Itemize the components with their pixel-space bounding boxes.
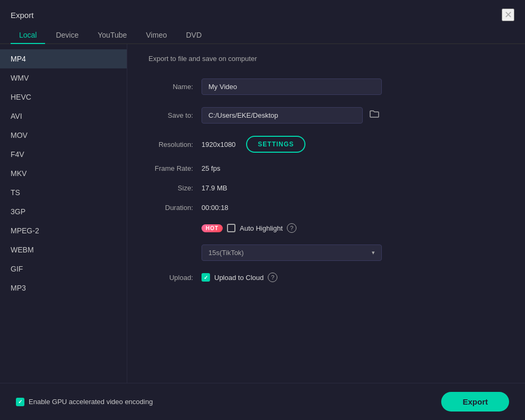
frame-rate-value: 25 fps bbox=[202, 164, 220, 172]
auto-highlight-row: HOT Auto Highlight ? bbox=[148, 223, 504, 233]
format-sidebar: MP4 WMV HEVC AVI MOV F4V MKV TS 3GP MPEG… bbox=[0, 44, 127, 383]
browse-folder-button[interactable] bbox=[367, 107, 382, 124]
name-row: Name: bbox=[148, 78, 504, 95]
upload-container: Upload to Cloud ? bbox=[202, 273, 277, 282]
sidebar-item-mov[interactable]: MOV bbox=[0, 126, 127, 145]
size-value: 17.9 MB bbox=[202, 184, 227, 192]
save-to-label: Save to: bbox=[148, 111, 202, 119]
duration-label: Duration: bbox=[148, 204, 202, 212]
tiktok-row: 15s(TikTok) ▾ bbox=[148, 244, 504, 261]
save-to-input[interactable] bbox=[202, 107, 363, 124]
close-button[interactable]: ✕ bbox=[502, 8, 514, 21]
sidebar-item-mp3[interactable]: MP3 bbox=[0, 278, 127, 298]
sidebar-item-mpeg2[interactable]: MPEG-2 bbox=[0, 221, 127, 240]
upload-help-icon[interactable]: ? bbox=[268, 273, 277, 282]
sidebar-item-wmv[interactable]: WMV bbox=[0, 68, 127, 88]
tab-youtube[interactable]: YouTube bbox=[89, 27, 135, 43]
gpu-row: Enable GPU accelerated video encoding bbox=[16, 398, 153, 406]
auto-highlight-help-icon[interactable]: ? bbox=[287, 223, 296, 233]
save-to-row: Save to: bbox=[148, 107, 504, 124]
sidebar-item-mp4[interactable]: MP4 bbox=[0, 49, 127, 68]
gpu-checkbox[interactable] bbox=[16, 398, 24, 406]
settings-panel: Export to file and save on computer Name… bbox=[127, 44, 525, 383]
resolution-row: Resolution: 1920x1080 SETTINGS bbox=[148, 136, 504, 153]
sidebar-item-hevc[interactable]: HEVC bbox=[0, 88, 127, 107]
hot-badge: HOT bbox=[202, 224, 223, 232]
auto-highlight-checkbox[interactable] bbox=[227, 224, 235, 232]
sidebar-item-mkv[interactable]: MKV bbox=[0, 164, 127, 183]
bottom-bar: Enable GPU accelerated video encoding Ex… bbox=[0, 383, 525, 420]
auto-highlight-label: Auto Highlight bbox=[240, 224, 283, 232]
export-description: Export to file and save on computer bbox=[148, 55, 504, 63]
upload-to-cloud-checkbox[interactable] bbox=[202, 273, 210, 282]
tab-dvd[interactable]: DVD bbox=[178, 27, 211, 43]
tab-local[interactable]: Local bbox=[11, 27, 45, 43]
main-content: MP4 WMV HEVC AVI MOV F4V MKV TS 3GP MPEG… bbox=[0, 44, 525, 383]
sidebar-item-webm[interactable]: WEBM bbox=[0, 240, 127, 259]
auto-highlight-container: HOT Auto Highlight ? bbox=[202, 223, 296, 233]
resolution-value: 1920x1080 bbox=[202, 141, 235, 148]
sidebar-item-gif[interactable]: GIF bbox=[0, 259, 127, 278]
dialog-title: Export bbox=[11, 11, 33, 20]
gpu-label: Enable GPU accelerated video encoding bbox=[29, 398, 153, 406]
resolution-label: Resolution: bbox=[148, 141, 202, 148]
tiktok-dropdown[interactable]: 15s(TikTok) ▾ bbox=[202, 244, 382, 261]
duration-row: Duration: 00:00:18 bbox=[148, 204, 504, 212]
title-bar: Export ✕ bbox=[0, 0, 525, 27]
chevron-down-icon: ▾ bbox=[372, 249, 375, 256]
sidebar-item-f4v[interactable]: F4V bbox=[0, 145, 127, 164]
name-input[interactable] bbox=[202, 78, 382, 95]
tab-bar: Local Device YouTube Vimeo DVD bbox=[0, 27, 525, 44]
duration-value: 00:00:18 bbox=[202, 204, 229, 212]
size-row: Size: 17.9 MB bbox=[148, 184, 504, 192]
settings-button[interactable]: SETTINGS bbox=[246, 136, 305, 153]
size-label: Size: bbox=[148, 184, 202, 192]
sidebar-item-ts[interactable]: TS bbox=[0, 183, 127, 202]
upload-to-cloud-label: Upload to Cloud bbox=[214, 274, 264, 282]
upload-label: Upload: bbox=[148, 274, 202, 282]
upload-row: Upload: Upload to Cloud ? bbox=[148, 273, 504, 282]
export-dialog: Export ✕ Local Device YouTube Vimeo DVD … bbox=[0, 0, 525, 420]
tiktok-option-label: 15s(TikTok) bbox=[208, 249, 244, 257]
frame-rate-row: Frame Rate: 25 fps bbox=[148, 164, 504, 172]
sidebar-item-avi[interactable]: AVI bbox=[0, 107, 127, 126]
tab-vimeo[interactable]: Vimeo bbox=[137, 27, 175, 43]
save-to-container bbox=[202, 107, 382, 124]
export-button[interactable]: Export bbox=[441, 392, 509, 412]
resolution-container: 1920x1080 SETTINGS bbox=[202, 136, 305, 153]
name-label: Name: bbox=[148, 83, 202, 91]
frame-rate-label: Frame Rate: bbox=[148, 164, 202, 172]
tab-device[interactable]: Device bbox=[47, 27, 87, 43]
sidebar-item-3gp[interactable]: 3GP bbox=[0, 202, 127, 221]
